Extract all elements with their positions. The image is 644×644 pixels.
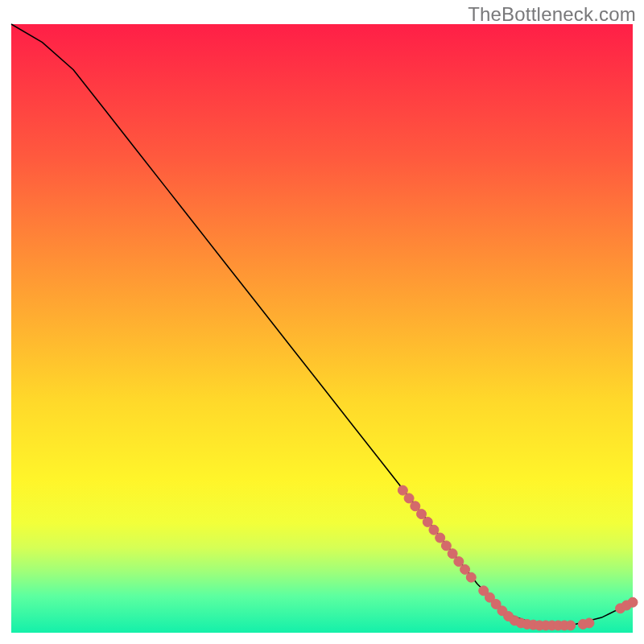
data-point — [436, 533, 445, 543]
data-point — [404, 493, 414, 503]
chart-container: TheBottleneck.com — [0, 0, 644, 644]
data-point — [441, 541, 451, 551]
data-point — [628, 597, 638, 607]
data-points-group — [398, 485, 638, 630]
data-point — [566, 621, 576, 630]
data-point — [460, 564, 470, 574]
data-point — [398, 485, 407, 495]
watermark-text: TheBottleneck.com — [468, 3, 636, 26]
data-point — [411, 502, 420, 511]
data-point — [423, 517, 432, 526]
data-point — [417, 510, 427, 519]
data-point — [584, 618, 594, 628]
data-point — [429, 525, 439, 535]
data-point — [448, 549, 457, 559]
data-point — [454, 557, 464, 567]
data-point — [466, 572, 476, 582]
chart-overlay — [11, 24, 633, 633]
curve-line — [11, 24, 633, 625]
